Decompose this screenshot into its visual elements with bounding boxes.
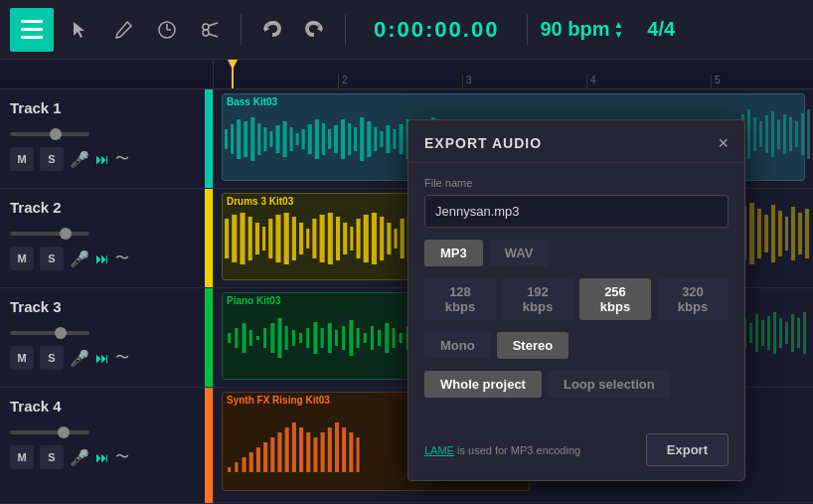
svg-rect-191: [356, 437, 359, 472]
svg-rect-140: [392, 328, 395, 348]
select-tool-button[interactable]: [62, 12, 97, 48]
track-3-volume-slider[interactable]: [10, 331, 89, 335]
track-1-mute-button[interactable]: M: [10, 147, 34, 171]
scissors-tool-button[interactable]: [193, 12, 229, 48]
file-name-input[interactable]: [424, 195, 729, 228]
track-4-volume-slider[interactable]: [10, 430, 89, 434]
scope-btn-group: Whole project Loop selection: [424, 371, 729, 398]
menu-button[interactable]: [10, 8, 54, 52]
svg-rect-62: [232, 215, 237, 262]
svg-rect-119: [243, 323, 246, 353]
svg-rect-14: [257, 123, 260, 155]
track-4-slider-thumb[interactable]: [58, 426, 70, 438]
lame-info-text: LAME is used for MP3 encoding: [424, 444, 580, 456]
track-1-solo-button[interactable]: S: [40, 147, 64, 171]
svg-rect-175: [243, 457, 246, 472]
format-wav-button[interactable]: WAV: [489, 240, 550, 266]
track-1-clip-label: Bass Kit03: [223, 94, 804, 109]
svg-rect-84: [394, 229, 397, 249]
svg-rect-18: [283, 121, 287, 157]
svg-rect-31: [367, 121, 371, 157]
track-1-volume-slider[interactable]: [10, 132, 89, 136]
format-mp3-button[interactable]: MP3: [424, 240, 483, 266]
track-4-mute-button[interactable]: M: [10, 445, 34, 469]
svg-rect-171: [797, 318, 800, 348]
svg-rect-29: [354, 127, 357, 151]
redo-button[interactable]: [297, 12, 333, 48]
track-1-record-icon: 🎤: [70, 150, 89, 169]
track-item-1: Track 1 M S 🎤 ⏭ 〜: [0, 89, 213, 189]
track-2-volume-slider[interactable]: [10, 232, 89, 236]
track-1-wave-icon: 〜: [115, 150, 129, 168]
dialog-close-button[interactable]: ×: [718, 134, 729, 152]
svg-rect-164: [755, 314, 758, 352]
pencil-tool-button[interactable]: [105, 12, 141, 48]
track-3-mute-button[interactable]: M: [10, 346, 34, 370]
svg-rect-133: [342, 326, 345, 350]
svg-line-5: [209, 23, 219, 26]
svg-point-4: [203, 30, 209, 36]
scope-loop-button[interactable]: Loop selection: [548, 371, 671, 398]
bitrate-128-button[interactable]: 128 kbps: [424, 278, 496, 320]
svg-rect-20: [296, 133, 299, 145]
svg-rect-26: [334, 125, 338, 153]
svg-rect-131: [328, 323, 332, 353]
svg-rect-67: [268, 219, 272, 258]
svg-rect-174: [235, 462, 238, 472]
bpm-display[interactable]: 90 bpm ▲ ▼: [540, 18, 623, 41]
undo-button[interactable]: [253, 12, 289, 48]
svg-rect-10: [231, 124, 234, 154]
svg-rect-13: [250, 117, 254, 161]
svg-rect-22: [308, 124, 312, 154]
svg-rect-135: [356, 328, 359, 348]
svg-rect-57: [789, 117, 792, 151]
ruler-marker-3: 3: [462, 75, 472, 88]
main-area: Track 1 M S 🎤 ⏭ 〜 Track 2: [0, 60, 813, 504]
dialog-footer: LAME is used for MP3 encoding Export: [408, 423, 744, 480]
svg-rect-138: [378, 330, 381, 346]
bitrate-192-button[interactable]: 192 kbps: [502, 278, 573, 320]
svg-rect-59: [801, 113, 804, 155]
lame-link[interactable]: LAME: [424, 444, 454, 456]
svg-rect-53: [765, 115, 768, 153]
svg-rect-54: [771, 111, 774, 157]
export-button[interactable]: Export: [646, 433, 729, 466]
channel-stereo-button[interactable]: Stereo: [497, 332, 569, 359]
scope-whole-button[interactable]: Whole project: [424, 371, 542, 398]
svg-rect-58: [795, 121, 798, 147]
svg-rect-185: [313, 437, 317, 472]
track-1-name: Track 1: [0, 89, 213, 120]
svg-rect-180: [277, 432, 281, 472]
track-3-solo-button[interactable]: S: [40, 346, 64, 370]
track-2-mute-button[interactable]: M: [10, 247, 34, 270]
file-name-label: File name: [424, 177, 729, 189]
track-2-slider-thumb[interactable]: [60, 228, 72, 240]
track-4-solo-button[interactable]: S: [40, 445, 64, 469]
svg-rect-32: [374, 127, 377, 151]
metronome-button[interactable]: [149, 12, 185, 48]
track-1-eq-icon: ⏭: [95, 151, 109, 167]
track-3-slider-row: [0, 319, 213, 342]
bitrate-256-button[interactable]: 256 kbps: [579, 278, 651, 320]
svg-rect-137: [371, 326, 374, 350]
svg-rect-77: [343, 223, 347, 254]
svg-rect-112: [778, 211, 782, 256]
svg-rect-69: [284, 213, 289, 264]
svg-rect-178: [263, 442, 267, 472]
channel-mono-button[interactable]: Mono: [424, 332, 491, 359]
export-audio-dialog[interactable]: EXPORT AUDIO × File name MP3 WAV 128 kbp…: [407, 119, 745, 481]
svg-rect-167: [773, 312, 776, 354]
bpm-arrows[interactable]: ▲ ▼: [613, 20, 623, 40]
track-3-slider-thumb[interactable]: [55, 327, 67, 339]
svg-rect-165: [761, 320, 764, 346]
svg-rect-139: [385, 323, 389, 353]
track-2-solo-button[interactable]: S: [40, 247, 64, 270]
timeline-area: 2 3 4 5 Bass Kit03: [214, 60, 813, 504]
svg-rect-36: [400, 124, 404, 154]
track-1-slider-thumb[interactable]: [50, 128, 62, 140]
track-item-4: Track 4 M S 🎤 ⏭ 〜: [0, 388, 213, 504]
track-3-name: Track 3: [0, 288, 213, 319]
bpm-value: 90 bpm: [540, 18, 609, 41]
timeline-ruler[interactable]: 2 3 4 5: [214, 60, 813, 89]
bitrate-320-button[interactable]: 320 kbps: [657, 278, 729, 320]
